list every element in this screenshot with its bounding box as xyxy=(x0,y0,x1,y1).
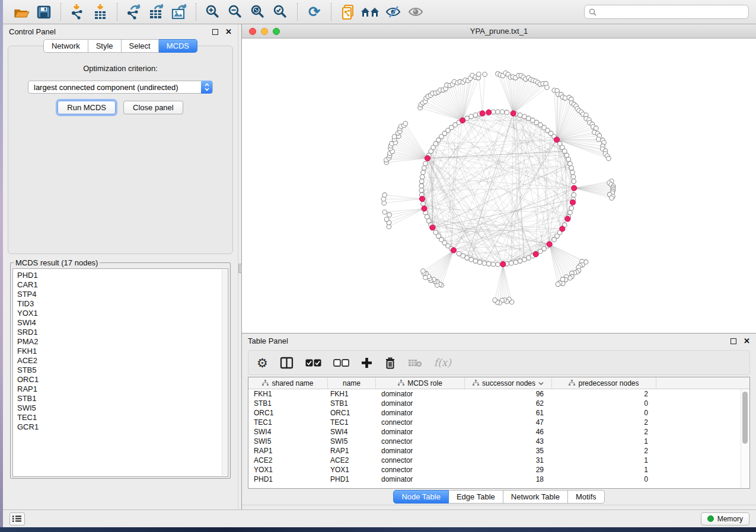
mcds-result-item[interactable]: SRD1 xyxy=(17,328,228,337)
mcds-result-item[interactable]: ACE2 xyxy=(17,356,228,366)
network-node[interactable] xyxy=(527,256,531,261)
network-node[interactable] xyxy=(571,175,576,180)
network-node[interactable] xyxy=(569,166,574,171)
table-cell[interactable]: YOX1 xyxy=(328,466,376,474)
dominator-node[interactable] xyxy=(511,111,516,116)
network-node[interactable] xyxy=(482,261,487,265)
table-cell[interactable]: STB1 xyxy=(328,399,376,408)
dominator-node[interactable] xyxy=(422,206,427,211)
network-node[interactable] xyxy=(423,161,428,166)
table-cell[interactable]: 2 xyxy=(552,447,656,455)
table-cell[interactable]: 18 xyxy=(465,475,552,483)
network-node[interactable] xyxy=(486,262,491,267)
table-cell[interactable]: dominator xyxy=(376,447,465,455)
table-cell[interactable]: TEC1 xyxy=(328,418,376,427)
table-cell[interactable]: connector xyxy=(376,456,465,464)
table-cell[interactable]: dominator xyxy=(376,428,465,436)
table-cell[interactable]: SWI4 xyxy=(328,428,376,436)
mcds-result-list[interactable]: PHD1CAR1STP4TID3YOX1SWI4SRD1PMA2FKH1ACE2… xyxy=(12,268,228,477)
table-cell[interactable]: SWI5 xyxy=(248,437,328,446)
optimization-criterion-select[interactable]: largest connected component (undirected) xyxy=(28,81,213,94)
refresh-button[interactable]: ⟳ xyxy=(303,2,326,22)
home-button[interactable] xyxy=(359,2,382,22)
table-cell[interactable]: 2 xyxy=(552,428,656,436)
show-log-button[interactable] xyxy=(9,512,25,525)
mcds-result-item[interactable]: TEC1 xyxy=(17,413,228,422)
network-node[interactable] xyxy=(518,259,522,264)
dominator-node[interactable] xyxy=(430,225,435,230)
zoom-in-button[interactable] xyxy=(202,2,224,22)
dominator-node[interactable] xyxy=(572,185,577,191)
network-node[interactable] xyxy=(513,260,518,265)
network-node[interactable] xyxy=(500,110,505,114)
leaf-node[interactable] xyxy=(556,282,560,287)
table-cell[interactable]: 35 xyxy=(465,447,552,455)
table-cell[interactable]: 1 xyxy=(552,456,656,464)
table-row[interactable]: STB1STB1dominator620 xyxy=(248,399,749,408)
export-table-button[interactable] xyxy=(145,2,168,22)
table-cell[interactable]: FKH1 xyxy=(248,390,328,398)
dominator-node[interactable] xyxy=(565,216,570,222)
leaf-node[interactable] xyxy=(477,72,481,77)
network-node[interactable] xyxy=(538,249,543,254)
network-node[interactable] xyxy=(570,170,575,175)
table-cell[interactable]: STB1 xyxy=(248,399,328,408)
float-table-panel-icon[interactable] xyxy=(731,338,736,344)
network-node[interactable] xyxy=(572,179,576,184)
network-node[interactable] xyxy=(496,262,500,267)
network-node[interactable] xyxy=(566,157,571,162)
memory-button[interactable]: Memory xyxy=(701,512,749,525)
column-header-predecessor-nodes[interactable]: predecessor nodes xyxy=(552,377,656,389)
export-image-button[interactable] xyxy=(168,2,190,22)
run-mcds-button[interactable]: Run MCDS xyxy=(58,101,116,114)
tab-node-table[interactable]: Node Table xyxy=(393,490,449,504)
network-node[interactable] xyxy=(491,262,496,267)
network-node[interactable] xyxy=(518,113,522,118)
tab-motifs[interactable]: Motifs xyxy=(568,490,605,504)
table-cell[interactable]: RAP1 xyxy=(248,447,328,455)
leaf-node[interactable] xyxy=(607,156,611,161)
table-cell[interactable]: 61 xyxy=(465,409,552,417)
mcds-result-item[interactable]: CAR1 xyxy=(17,280,228,290)
table-cell[interactable]: dominator xyxy=(376,409,465,417)
tab-style[interactable]: Style xyxy=(88,39,122,53)
dominator-node[interactable] xyxy=(547,242,552,247)
network-node[interactable] xyxy=(522,114,527,119)
tab-select[interactable]: Select xyxy=(122,39,159,53)
show-details-button[interactable] xyxy=(404,2,427,22)
mcds-result-item[interactable]: PHD1 xyxy=(17,271,228,280)
network-node[interactable] xyxy=(422,166,427,171)
table-row[interactable]: TEC1TEC1connector472 xyxy=(248,418,749,427)
table-row[interactable]: FKH1FKH1dominator962 xyxy=(248,389,749,399)
table-row[interactable]: SWI4SWI4dominator462 xyxy=(248,427,749,437)
hide-details-button[interactable] xyxy=(382,2,404,22)
table-cell[interactable]: FKH1 xyxy=(328,390,376,398)
dominator-node[interactable] xyxy=(554,137,559,142)
leaf-node[interactable] xyxy=(421,269,426,274)
table-row[interactable]: SWI5SWI5connector431 xyxy=(248,437,749,446)
table-cell[interactable]: 31 xyxy=(465,456,552,464)
table-cell[interactable]: ACE2 xyxy=(328,456,376,464)
network-node[interactable] xyxy=(421,201,426,206)
dominator-node[interactable] xyxy=(570,200,575,205)
table-cell[interactable]: connector xyxy=(376,466,465,474)
zoom-selected-button[interactable] xyxy=(269,2,292,22)
table-cell[interactable]: 43 xyxy=(465,437,552,446)
dominator-node[interactable] xyxy=(533,252,538,257)
column-header-successor-nodes[interactable]: successor nodes xyxy=(465,377,552,389)
dominator-node[interactable] xyxy=(500,261,506,267)
table-cell[interactable]: TEC1 xyxy=(248,418,328,427)
unselect-all-columns-button[interactable] xyxy=(333,359,349,367)
network-node[interactable] xyxy=(419,179,424,184)
export-network-button[interactable] xyxy=(123,2,145,22)
table-cell[interactable]: PHD1 xyxy=(248,475,328,483)
mcds-list-scrollbar[interactable] xyxy=(222,270,227,476)
table-cell[interactable]: RAP1 xyxy=(328,447,376,455)
network-node[interactable] xyxy=(420,175,425,180)
panel-splitter[interactable] xyxy=(238,24,242,509)
table-cell[interactable]: dominator xyxy=(376,399,465,408)
network-node[interactable] xyxy=(564,153,569,158)
leaf-node[interactable] xyxy=(382,193,387,197)
dominator-node[interactable] xyxy=(480,111,485,116)
leaf-node[interactable] xyxy=(382,210,387,214)
